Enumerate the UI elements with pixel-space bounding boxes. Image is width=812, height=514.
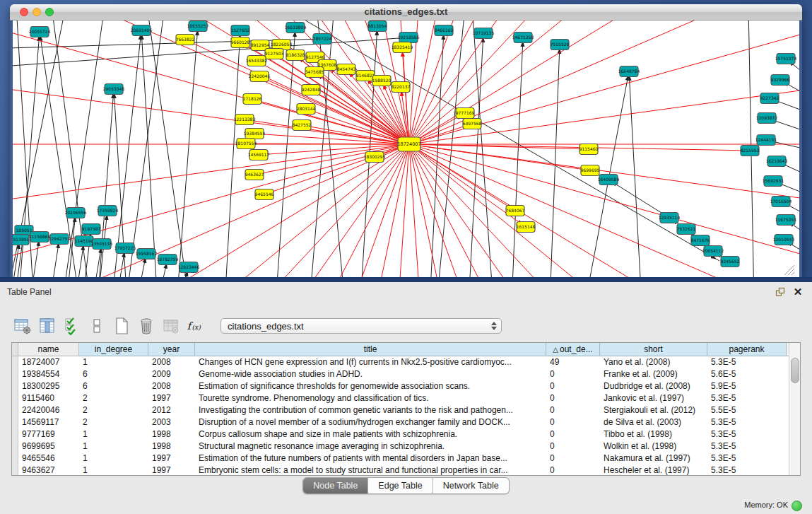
table-cell[interactable]: Estimation of the future numbers of pati… [195,452,546,465]
graph-node[interactable]: 7663822 [176,35,195,45]
window-titlebar[interactable]: citations_edges.txt [10,4,802,21]
table-cell[interactable]: Tibbo et al. (1998) [600,428,707,440]
table-cell[interactable]: Disruption of a novel member of a sodium… [195,416,546,428]
table-cell[interactable]: Corpus callosum shape and size in male p… [195,428,546,440]
tab-network-table[interactable]: Network Table [433,478,509,493]
graph-node[interactable]: 9242848 [302,85,321,95]
graph-node[interactable]: 8454743 [337,64,356,75]
table-cell[interactable]: 0 [546,428,600,440]
graph-node[interactable]: 1615148 [517,222,536,233]
graph-node[interactable]: 9329966 [771,75,790,86]
table-row[interactable]: 1456911722003Disruption of a novel membe… [12,416,789,428]
graph-node[interactable]: 11675351 [775,215,797,226]
column-header-year[interactable]: year [148,343,195,356]
graph-node[interactable]: 8215953 [741,146,760,156]
table-cell[interactable]: 6 [79,380,148,392]
graph-node[interactable]: 16782759 [157,255,179,265]
table-cell[interactable]: 0 [546,416,600,428]
graph-node[interactable]: 18107554 [235,139,257,149]
graph-node[interactable]: 9463627 [245,170,264,180]
graph-node[interactable]: 12923446 [178,262,200,273]
table-cell[interactable]: 9465546 [18,452,79,465]
table-cell[interactable]: 2008 [148,380,195,392]
graph-node[interactable]: 10719135 [473,28,495,39]
graph-node[interactable]: 17957225 [114,243,136,254]
graph-node[interactable]: 14569117 [248,150,270,160]
column-header-pagerank[interactable]: pagerank [707,343,787,356]
graph-node[interactable]: 9127503 [265,49,284,59]
delete-table-button[interactable] [161,316,181,336]
table-cell[interactable]: 18724007 [18,356,79,368]
table-cell[interactable]: Genome-wide association studies in ADHD. [195,368,546,380]
table-cell[interactable]: 2 [79,416,148,428]
graph-node[interactable]: 20691406 [131,25,153,36]
graph-node[interactable]: 10654112 [702,246,724,257]
graph-node[interactable]: 11156869 [29,232,51,243]
column-header-in_degree[interactable]: in_degree [79,343,148,356]
table-cell[interactable]: 1997 [148,392,195,404]
table-row[interactable]: 946362711997Embryonic stem cells: a mode… [12,465,789,476]
table-cell[interactable]: Embryonic stem cells: a model to study s… [195,465,546,476]
table-cell[interactable]: 1998 [148,428,195,440]
graph-node[interactable]: 16033809 [285,23,307,33]
table-cell[interactable]: Dudbridge et al. (2008) [600,380,707,392]
table-cell[interactable]: 2 [79,392,148,404]
graph-node[interactable]: 6497568 [463,119,482,129]
table-cell[interactable]: 9699695 [18,440,79,452]
graph-node[interactable]: 2718126 [243,94,262,105]
table-row[interactable]: 1938455462009Genome-wide association stu… [12,368,789,380]
table-cell[interactable]: 6 [79,368,148,380]
graph-node[interactable]: 19218586 [398,33,420,43]
graph-node[interactable]: 8813054 [368,21,387,32]
graph-node[interactable]: 9699695 [581,165,600,176]
table-cell[interactable]: Tourette syndrome. Phenomenology and cla… [195,392,546,404]
table-cell[interactable]: 5.3E-5 [707,356,787,368]
tab-edge-table[interactable]: Edge Table [368,478,433,493]
graph-node[interactable]: 12010543 [773,235,795,245]
graph-node[interactable]: 7632621 [677,224,696,235]
table-cell[interactable]: 18300295 [18,380,79,392]
table-cell[interactable]: 5.5E-5 [707,404,787,416]
table-cell[interactable]: 1997 [148,465,195,476]
table-cell[interactable]: 1 [79,452,148,465]
panel-split-divider[interactable] [0,277,812,282]
table-scrollbar-thumb[interactable] [791,358,799,383]
table-cell[interactable]: 1998 [148,440,195,452]
network-canvas[interactable]: 2405572420691406106552571527602160338097… [13,21,799,277]
table-cell[interactable]: 0 [546,452,600,465]
table-cell[interactable]: Investigating the contribution of common… [195,404,546,416]
graph-node[interactable]: 17359924 [97,206,119,216]
graph-node[interactable]: 1588520 [372,76,392,86]
table-cell[interactable]: Stergiakouli et al. (2012) [600,404,707,416]
graph-node[interactable]: 14671358 [512,33,534,43]
table-row[interactable]: 969969511998Structural magnetic resonanc… [12,440,789,452]
graph-node[interactable]: 16543382 [246,56,268,66]
table-cell[interactable]: Franke et al. (2009) [600,368,707,380]
column-header-name[interactable]: name [18,343,79,356]
clear-selection-button[interactable] [87,316,107,336]
column-header-out_de[interactable]: △out_de... [546,343,600,356]
show-columns-button[interactable] [37,316,57,336]
graph-node[interactable]: 15692931 [763,176,784,187]
graph-node[interactable]: 9227342 [760,93,779,104]
table-cell[interactable]: Structural magnetic resonance image aver… [195,440,546,452]
table-cell[interactable]: Nakamura et al. (1997) [600,452,707,465]
table-cell[interactable]: 1997 [148,452,195,465]
table-cell[interactable]: 49 [546,356,600,368]
table-cell[interactable]: Hescheler et al. (1997) [600,465,707,476]
table-row[interactable]: 911546021997Tourette syndrome. Phenomeno… [12,392,789,404]
table-cell[interactable]: Jankovic et al. (1997) [600,392,707,404]
table-cell[interactable]: 0 [546,404,600,416]
table-cell[interactable]: Estimation of significance thresholds fo… [195,380,546,392]
table-cell[interactable]: 19384554 [18,368,79,380]
function-builder-button[interactable]: f (x) [186,316,206,336]
table-row[interactable]: 946554611997Estimation of the future num… [12,452,789,465]
table-cell[interactable]: 2008 [148,356,195,368]
table-row[interactable]: 2242004622012Investigating the contribut… [12,404,789,416]
float-window-icon[interactable] [775,287,785,297]
graph-node[interactable]: 15958167 [136,249,158,259]
table-cell[interactable]: 1 [79,440,148,452]
graph-node[interactable]: 1527602 [231,25,250,36]
graph-node[interactable]: 7857224 [313,34,332,45]
table-cell[interactable]: 5.3E-5 [707,465,787,476]
